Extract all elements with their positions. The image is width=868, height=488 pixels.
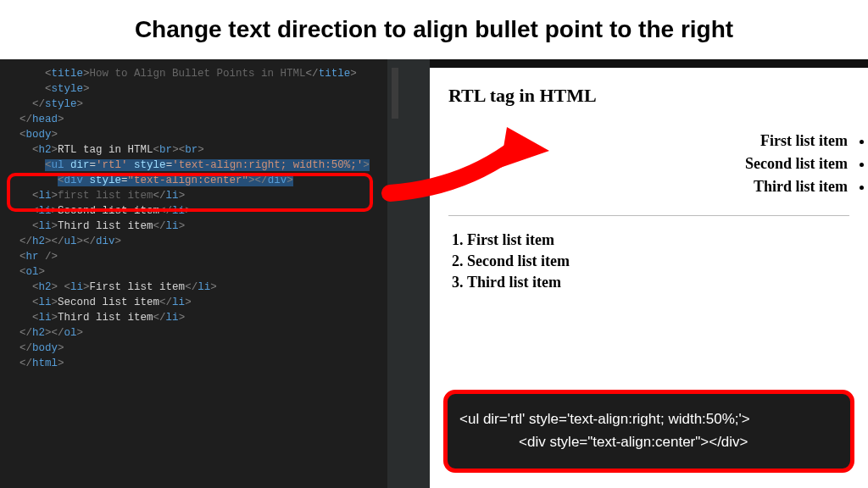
code-line[interactable]: <h2>RTL tag in HTML<br><br>	[7, 142, 387, 158]
separator	[448, 215, 849, 216]
output-heading: RTL tag in HTML	[448, 85, 849, 107]
list-item: Second list item	[467, 251, 849, 272]
code-line[interactable]: <title>How to Align Bullet Points in HTM…	[7, 66, 387, 81]
list-item: First list item	[467, 230, 849, 251]
snippet-line-2: <div style="text-align:center"></div>	[459, 430, 838, 453]
code-line[interactable]: <div style="text-align:center"></div>	[7, 173, 387, 188]
code-line[interactable]: <li>first list item</li>	[7, 188, 387, 203]
code-line[interactable]: <hr />	[7, 249, 387, 264]
rtl-list: First list itemSecond list itemThird lis…	[617, 130, 849, 198]
code-line[interactable]: </html>	[7, 356, 387, 371]
code-line[interactable]: <li>Third list item</li>	[7, 219, 387, 234]
list-item: Second list item	[617, 153, 849, 175]
code-line[interactable]: </body>	[7, 341, 387, 356]
editor-minimap	[387, 59, 430, 488]
code-line[interactable]: <li>Second list item</li>	[7, 203, 387, 219]
code-line[interactable]: <ul dir='rtl' style='text-align:right; w…	[7, 158, 387, 173]
code-line[interactable]: </h2></ul></div>	[7, 234, 387, 249]
main-layout: <title>How to Align Bullet Points in HTM…	[0, 59, 868, 488]
ordered-list: First list itemSecond list itemThird lis…	[467, 230, 849, 294]
code-line[interactable]: <style>	[7, 81, 387, 97]
snippet-line-1: <ul dir='rtl' style='text-align:right; w…	[459, 411, 750, 427]
code-line[interactable]: </style>	[7, 97, 387, 112]
code-snippet-box: <ul dir='rtl' style='text-align:right; w…	[443, 390, 854, 473]
rendered-output: RTL tag in HTML First list itemSecond li…	[430, 59, 868, 488]
code-line[interactable]: <ol>	[7, 264, 387, 280]
code-line[interactable]: <li>Second list item</li>	[7, 295, 387, 310]
code-line[interactable]: <li>Third list item</li>	[7, 310, 387, 325]
list-item: Third list item	[467, 272, 849, 293]
page-title-bar: Change text direction to align bullet po…	[0, 0, 868, 59]
code-editor[interactable]: <title>How to Align Bullet Points in HTM…	[0, 59, 387, 488]
code-line[interactable]: </h2></ol>	[7, 325, 387, 341]
code-line[interactable]: </head>	[7, 112, 387, 127]
list-item: First list item	[617, 130, 849, 152]
code-line[interactable]: <h2> <li>First list item</li>	[7, 280, 387, 295]
code-line[interactable]: <body>	[7, 127, 387, 142]
page-title: Change text direction to align bullet po…	[135, 16, 733, 43]
list-item: Third list item	[617, 176, 849, 197]
